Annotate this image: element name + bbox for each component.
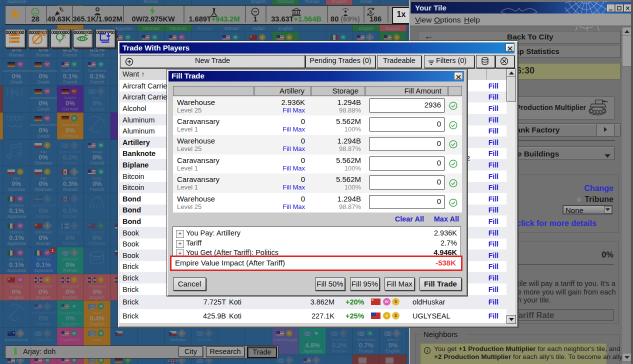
svg-text:$: $ xyxy=(370,9,372,14)
